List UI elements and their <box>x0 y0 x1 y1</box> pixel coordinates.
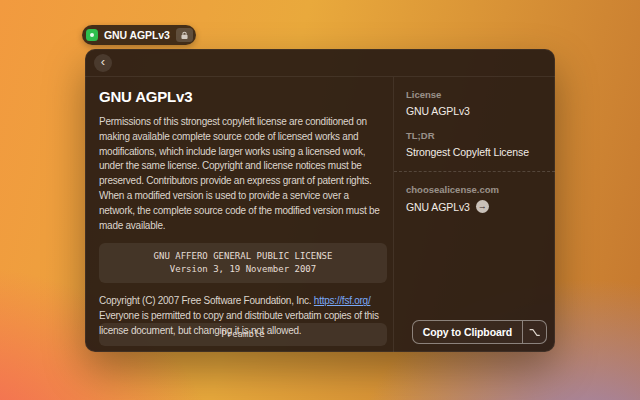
license-toast[interactable]: GNU AGPLv3 <box>82 25 196 45</box>
open-link-arrow-icon[interactable]: → <box>476 200 489 213</box>
window-header: ‹ <box>85 49 555 77</box>
license-detail-window: ‹ GNU AGPLv3 Permissions of this stronge… <box>85 49 555 352</box>
choosealicense-link-row[interactable]: GNU AGPLv3 → <box>406 200 543 213</box>
metadata-value-tldr: Strongest Copyleft License <box>406 146 543 158</box>
metadata-pane: License GNU AGPLv3 TL;DR Strongest Copyl… <box>393 77 555 352</box>
metadata-divider <box>394 171 555 172</box>
copy-to-clipboard-button[interactable]: Copy to Clipboard <box>413 321 522 343</box>
metadata-label-tldr: TL;DR <box>406 130 543 141</box>
metadata-value-choosealicense: GNU AGPLv3 <box>406 201 470 213</box>
lock-icon <box>176 28 193 42</box>
license-header-line2: Version 3, 19 November 2007 <box>103 263 383 276</box>
preamble-block: Preamble <box>99 323 387 346</box>
metadata-value-license: GNU AGPLv3 <box>406 105 543 117</box>
action-bar: Copy to Clipboard <box>412 320 547 344</box>
license-status-icon <box>86 29 98 41</box>
page-title: GNU AGPLv3 <box>99 88 387 105</box>
back-chevron-icon: ‹ <box>101 55 105 68</box>
desktop-background: GNU AGPLv3 ‹ GNU AGPLv3 Permissions of t… <box>0 0 640 400</box>
license-header-line1: GNU AFFERO GENERAL PUBLIC LICENSE <box>103 250 383 263</box>
toast-label: GNU AGPLv3 <box>104 29 170 41</box>
license-header-block: GNU AFFERO GENERAL PUBLIC LICENSE Versio… <box>99 243 387 283</box>
copyright-prefix: Copyright (C) 2007 Free Software Foundat… <box>99 295 314 306</box>
window-body: GNU AGPLv3 Permissions of this strongest… <box>85 77 555 352</box>
metadata-label-choosealicense: choosealicense.com <box>406 184 543 195</box>
keyboard-shortcut-icon[interactable] <box>523 321 546 343</box>
back-button[interactable]: ‹ <box>94 54 112 72</box>
license-content-pane: GNU AGPLv3 Permissions of this strongest… <box>85 77 393 352</box>
license-description: Permissions of this strongest copyleft l… <box>99 115 387 233</box>
metadata-label-license: License <box>406 89 543 100</box>
fsf-link[interactable]: https://fsf.org/ <box>314 295 371 306</box>
